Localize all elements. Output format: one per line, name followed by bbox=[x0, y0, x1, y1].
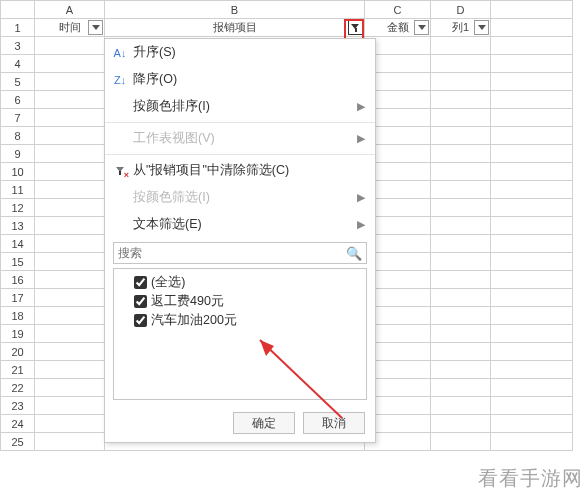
cell[interactable] bbox=[491, 415, 573, 433]
filter-dropdown-item[interactable] bbox=[348, 20, 363, 35]
sort-desc-item[interactable]: Z↓ 降序(O) bbox=[105, 66, 375, 93]
cell[interactable] bbox=[491, 217, 573, 235]
cell[interactable] bbox=[491, 181, 573, 199]
row-9[interactable]: 9 bbox=[1, 145, 35, 163]
cell[interactable] bbox=[35, 253, 105, 271]
cell[interactable] bbox=[35, 271, 105, 289]
col-head-D[interactable]: D bbox=[431, 1, 491, 19]
cell[interactable] bbox=[35, 91, 105, 109]
cell[interactable] bbox=[491, 271, 573, 289]
cell[interactable] bbox=[35, 145, 105, 163]
cell[interactable] bbox=[431, 163, 491, 181]
cell[interactable] bbox=[431, 271, 491, 289]
col-head-B[interactable]: B bbox=[105, 1, 365, 19]
cell[interactable] bbox=[491, 163, 573, 181]
cell[interactable] bbox=[35, 109, 105, 127]
cell[interactable] bbox=[431, 379, 491, 397]
cell[interactable] bbox=[431, 145, 491, 163]
filter-dropdown-amount[interactable] bbox=[414, 20, 429, 35]
cell[interactable] bbox=[35, 181, 105, 199]
cell[interactable] bbox=[431, 253, 491, 271]
filter-item-2[interactable]: 汽车加油200元 bbox=[120, 311, 360, 330]
col-head-E[interactable] bbox=[491, 1, 573, 19]
cell[interactable] bbox=[35, 415, 105, 433]
filter-search-input[interactable] bbox=[118, 246, 346, 260]
cell[interactable] bbox=[491, 91, 573, 109]
cell[interactable] bbox=[431, 91, 491, 109]
row-14[interactable]: 14 bbox=[1, 235, 35, 253]
cell[interactable] bbox=[431, 181, 491, 199]
cell[interactable] bbox=[491, 379, 573, 397]
cell[interactable] bbox=[431, 199, 491, 217]
row-8[interactable]: 8 bbox=[1, 127, 35, 145]
row-23[interactable]: 23 bbox=[1, 397, 35, 415]
cell[interactable] bbox=[431, 127, 491, 145]
cell[interactable] bbox=[35, 343, 105, 361]
ok-button[interactable]: 确定 bbox=[233, 412, 295, 434]
row-13[interactable]: 13 bbox=[1, 217, 35, 235]
checkbox-item-1[interactable] bbox=[134, 295, 147, 308]
cell[interactable] bbox=[491, 307, 573, 325]
cell[interactable] bbox=[35, 217, 105, 235]
cancel-button[interactable]: 取消 bbox=[303, 412, 365, 434]
cell[interactable] bbox=[35, 361, 105, 379]
checkbox-item-2[interactable] bbox=[134, 314, 147, 327]
cell[interactable] bbox=[491, 127, 573, 145]
row-20[interactable]: 20 bbox=[1, 343, 35, 361]
clear-filter-item[interactable]: × 从"报销项目"中清除筛选(C) bbox=[105, 157, 375, 184]
filter-dropdown-time[interactable] bbox=[88, 20, 103, 35]
row-10[interactable]: 10 bbox=[1, 163, 35, 181]
cell[interactable] bbox=[431, 397, 491, 415]
cell[interactable] bbox=[491, 73, 573, 91]
col-head-C[interactable]: C bbox=[365, 1, 431, 19]
row-19[interactable]: 19 bbox=[1, 325, 35, 343]
cell[interactable] bbox=[491, 199, 573, 217]
row-18[interactable]: 18 bbox=[1, 307, 35, 325]
cell[interactable] bbox=[35, 307, 105, 325]
filter-item-1[interactable]: 返工费490元 bbox=[120, 292, 360, 311]
row-6[interactable]: 6 bbox=[1, 91, 35, 109]
cell[interactable] bbox=[491, 235, 573, 253]
cell[interactable] bbox=[491, 433, 573, 451]
cell[interactable] bbox=[35, 325, 105, 343]
cell[interactable] bbox=[491, 37, 573, 55]
cell[interactable] bbox=[35, 73, 105, 91]
col-head-A[interactable]: A bbox=[35, 1, 105, 19]
cell[interactable] bbox=[35, 379, 105, 397]
cell-E1[interactable] bbox=[491, 19, 573, 37]
row-5[interactable]: 5 bbox=[1, 73, 35, 91]
row-11[interactable]: 11 bbox=[1, 181, 35, 199]
cell[interactable] bbox=[431, 217, 491, 235]
cell[interactable] bbox=[491, 289, 573, 307]
cell[interactable] bbox=[491, 343, 573, 361]
cell[interactable] bbox=[35, 55, 105, 73]
cell[interactable] bbox=[431, 433, 491, 451]
cell[interactable] bbox=[431, 415, 491, 433]
header-cell-amount[interactable]: 金额 bbox=[365, 19, 431, 37]
cell[interactable] bbox=[431, 37, 491, 55]
row-3[interactable]: 3 bbox=[1, 37, 35, 55]
cell[interactable] bbox=[491, 397, 573, 415]
sort-by-color-item[interactable]: 按颜色排序(I) ▶ bbox=[105, 93, 375, 120]
cell[interactable] bbox=[431, 343, 491, 361]
cell[interactable] bbox=[35, 397, 105, 415]
header-cell-col1[interactable]: 列1 bbox=[431, 19, 491, 37]
cell[interactable] bbox=[35, 37, 105, 55]
header-cell-item[interactable]: 报销项目 bbox=[105, 19, 365, 37]
filter-dropdown-col1[interactable] bbox=[474, 20, 489, 35]
cell[interactable] bbox=[431, 361, 491, 379]
cell[interactable] bbox=[35, 235, 105, 253]
row-25[interactable]: 25 bbox=[1, 433, 35, 451]
row-24[interactable]: 24 bbox=[1, 415, 35, 433]
cell[interactable] bbox=[431, 73, 491, 91]
row-12[interactable]: 12 bbox=[1, 199, 35, 217]
row-7[interactable]: 7 bbox=[1, 109, 35, 127]
row-16[interactable]: 16 bbox=[1, 271, 35, 289]
cell[interactable] bbox=[35, 289, 105, 307]
row-1[interactable]: 1 bbox=[1, 19, 35, 37]
row-15[interactable]: 15 bbox=[1, 253, 35, 271]
row-17[interactable]: 17 bbox=[1, 289, 35, 307]
cell[interactable] bbox=[35, 199, 105, 217]
checkbox-select-all[interactable] bbox=[134, 276, 147, 289]
cell[interactable] bbox=[491, 325, 573, 343]
